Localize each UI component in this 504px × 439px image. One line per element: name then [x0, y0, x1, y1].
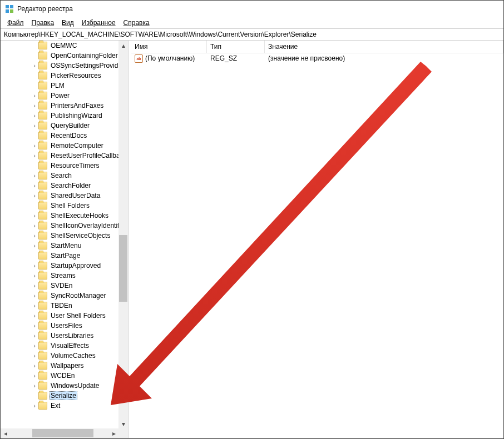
hscroll-thumb[interactable]: [32, 429, 93, 437]
folder-icon: [38, 252, 47, 260]
tree-node-label: Shell Folders: [50, 202, 91, 209]
path-text: Компьютер\HKEY_LOCAL_MACHINE\SOFTWARE\Mi…: [4, 31, 317, 38]
menu-view[interactable]: Вид: [58, 18, 77, 28]
tree-node[interactable]: ›VolumeCaches: [1, 351, 118, 361]
expand-chevron-icon[interactable]: ›: [31, 282, 38, 290]
value-row[interactable]: ab(По умолчанию)REG_SZ(значение не присв…: [131, 53, 503, 63]
tree-node[interactable]: ›PrintersAndFaxes: [1, 101, 118, 111]
tree-node-label: ShellIconOverlayIdentifiers: [50, 222, 118, 230]
expand-chevron-icon[interactable]: ›: [31, 292, 38, 300]
expand-chevron-icon[interactable]: ›: [31, 142, 38, 149]
expand-chevron-icon[interactable]: ›: [31, 222, 38, 230]
tree-node[interactable]: ›WindowsUpdate: [1, 381, 118, 391]
expand-chevron-icon[interactable]: ›: [31, 322, 38, 330]
tree-node[interactable]: ›UsersFiles: [1, 321, 118, 331]
expand-chevron-icon[interactable]: ›: [31, 242, 38, 250]
folder-icon: [38, 122, 47, 129]
expand-chevron-icon[interactable]: ›: [31, 272, 38, 280]
expand-chevron-icon[interactable]: ›: [31, 112, 38, 119]
tree-vertical-scrollbar[interactable]: ▴ ▾: [118, 41, 128, 428]
tree-node[interactable]: ›PublishingWizard: [1, 111, 118, 121]
menu-edit[interactable]: Правка: [28, 18, 58, 28]
scroll-down-button[interactable]: ▾: [118, 419, 128, 428]
tree-node[interactable]: ·Shell Folders: [1, 201, 118, 211]
values-list[interactable]: ab(По умолчанию)REG_SZ(значение не присв…: [131, 53, 503, 438]
expand-chevron-icon[interactable]: ›: [31, 62, 38, 69]
expand-chevron-icon[interactable]: ›: [31, 232, 38, 240]
tree-node[interactable]: ·ResourceTimers: [1, 161, 118, 171]
tree-node[interactable]: ›SearchFolder: [1, 181, 118, 191]
folder-icon: [38, 102, 47, 109]
tree-node[interactable]: ›ShellExecuteHooks: [1, 211, 118, 221]
tree-node[interactable]: ·RecentDocs: [1, 131, 118, 141]
tree-node[interactable]: ·OpenContainingFolder: [1, 51, 118, 61]
tree-node[interactable]: ›Streams: [1, 271, 118, 281]
column-type[interactable]: Тип: [207, 41, 265, 53]
expand-chevron-icon[interactable]: ›: [31, 122, 38, 129]
tree-node[interactable]: ›VisualEffects: [1, 341, 118, 351]
folder-icon: [38, 342, 47, 350]
tree-node[interactable]: ›Search: [1, 171, 118, 181]
tree-node[interactable]: ·PickerResources: [1, 71, 118, 81]
column-name[interactable]: Имя: [131, 41, 207, 53]
scroll-left-button[interactable]: ◂: [1, 428, 10, 438]
menu-favorites[interactable]: Избранное: [78, 18, 119, 28]
scroll-up-button[interactable]: ▴: [118, 41, 128, 50]
value-type: REG_SZ: [207, 54, 265, 62]
scroll-corner: [118, 428, 128, 438]
expand-chevron-icon[interactable]: ›: [31, 152, 38, 159]
tree-node[interactable]: ›StartMenu: [1, 241, 118, 251]
tree-node[interactable]: ›RemoteComputer: [1, 141, 118, 151]
expand-chevron-icon[interactable]: ›: [31, 312, 38, 320]
expand-chevron-icon[interactable]: ›: [31, 192, 38, 199]
tree-node-label: WindowsUpdate: [50, 382, 100, 390]
folder-icon: [38, 302, 47, 310]
expand-chevron-icon[interactable]: ›: [31, 342, 38, 350]
tree-node[interactable]: ›ShellServiceObjects: [1, 231, 118, 241]
tree-node-label: Ext: [50, 402, 61, 410]
expand-chevron-icon[interactable]: ›: [31, 172, 38, 179]
tree-node[interactable]: ›Wallpapers: [1, 361, 118, 371]
tree-node[interactable]: ›Ext: [1, 401, 118, 411]
address-bar[interactable]: Компьютер\HKEY_LOCAL_MACHINE\SOFTWARE\Mi…: [1, 28, 503, 41]
column-value[interactable]: Значение: [265, 41, 503, 53]
scroll-right-button[interactable]: ▸: [109, 428, 118, 438]
expand-chevron-icon[interactable]: ›: [31, 402, 38, 410]
expand-chevron-icon[interactable]: ›: [31, 362, 38, 370]
tree-node[interactable]: ›SVDEn: [1, 281, 118, 291]
expand-chevron-icon[interactable]: ›: [31, 262, 38, 270]
expand-chevron-icon[interactable]: ›: [31, 352, 38, 360]
tree-node[interactable]: ›User Shell Folders: [1, 311, 118, 321]
tree-horizontal-scrollbar[interactable]: ◂ ▸: [1, 428, 118, 438]
tree-node[interactable]: ›WCDEn: [1, 371, 118, 381]
tree-node[interactable]: ·OEMWC: [1, 41, 118, 51]
tree-leaf-spacer: ·: [31, 202, 38, 209]
tree-node[interactable]: ›StartupApproved: [1, 261, 118, 271]
tree-node[interactable]: ›UsersLibraries: [1, 331, 118, 341]
expand-chevron-icon[interactable]: ›: [31, 212, 38, 219]
menu-help[interactable]: Справка: [120, 18, 153, 28]
tree-node[interactable]: ·Serialize: [1, 391, 118, 401]
tree-node[interactable]: ›Power: [1, 91, 118, 101]
expand-chevron-icon[interactable]: ›: [31, 372, 38, 380]
expand-chevron-icon[interactable]: ›: [31, 92, 38, 99]
tree-node[interactable]: ·PLM: [1, 81, 118, 91]
expand-chevron-icon[interactable]: ›: [31, 102, 38, 109]
tree-node[interactable]: ›ShellIconOverlayIdentifiers: [1, 221, 118, 231]
tree-node[interactable]: ·StartPage: [1, 251, 118, 261]
tree-node[interactable]: ›QueryBuilder: [1, 121, 118, 131]
expand-chevron-icon[interactable]: ›: [31, 382, 38, 390]
registry-tree[interactable]: ·OEMWC·OpenContainingFolder›OSSyncSettin…: [1, 41, 118, 428]
tree-node[interactable]: ›ResetUserProfileCallbacks: [1, 151, 118, 161]
expand-chevron-icon[interactable]: ›: [31, 332, 38, 340]
expand-chevron-icon[interactable]: ›: [31, 182, 38, 189]
scroll-thumb[interactable]: [119, 235, 127, 302]
tree-node-label: StartMenu: [50, 242, 82, 250]
tree-node[interactable]: ›OSSyncSettingsProviders: [1, 61, 118, 71]
tree-node[interactable]: ›SyncRootManager: [1, 291, 118, 301]
tree-node[interactable]: ›SharedUserData: [1, 191, 118, 201]
tree-node-label: OEMWC: [50, 42, 78, 49]
menu-file[interactable]: Файл: [4, 18, 27, 28]
tree-node[interactable]: ›TBDEn: [1, 301, 118, 311]
expand-chevron-icon[interactable]: ›: [31, 302, 38, 310]
